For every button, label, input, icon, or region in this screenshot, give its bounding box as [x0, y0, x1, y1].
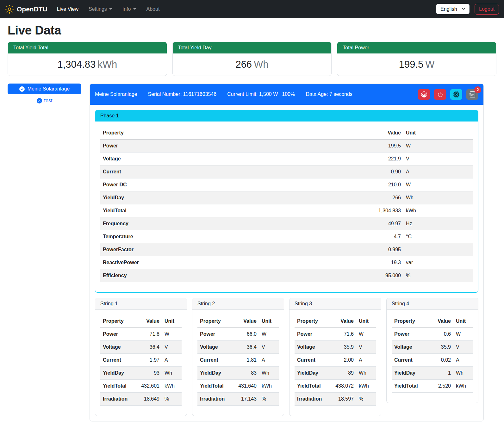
unit-cell: kWh — [356, 380, 376, 393]
property-cell: YieldTotal — [295, 380, 327, 393]
string-2-card: String 2 Property Value Unit — [192, 298, 284, 416]
table-row: YieldDay 266 Wh — [100, 191, 473, 204]
property-cell: Power — [100, 140, 356, 153]
table-row: YieldTotal 431.640 kWh — [197, 380, 279, 393]
unit-cell: Wh — [162, 367, 182, 380]
string-body: Property Value Unit Power — [289, 310, 381, 416]
value-cell: 36.4 — [133, 341, 162, 354]
unit-cell: W — [162, 328, 182, 341]
string-table: Property Value Unit Power — [197, 315, 279, 406]
string-title: String 3 — [289, 298, 381, 310]
brand-name: OpenDTU — [17, 5, 47, 13]
value-cell: 2.00 — [327, 354, 356, 367]
value-cell: 266 — [356, 191, 403, 204]
table-row: Current 1.97 A — [100, 354, 182, 367]
card-value: 266 — [235, 59, 252, 70]
string-title: String 2 — [192, 298, 284, 310]
phase-body: Property Value Unit Power — [95, 122, 478, 292]
table-row: Voltage 36.4 V — [197, 341, 279, 354]
table-row: Power 0.6 W — [392, 328, 473, 341]
unit-cell: A — [403, 165, 473, 178]
inverter-list-sidebar: Meine Solaranlage test — [8, 84, 81, 103]
value-cell: 18.597 — [327, 393, 356, 406]
property-cell: Power — [392, 328, 424, 341]
card-title: Total Yield Total — [8, 42, 167, 53]
nav-item-info[interactable]: Info — [117, 4, 141, 15]
card-unit: kWh — [97, 59, 117, 70]
table-row: Current 0.90 A — [100, 165, 473, 178]
table-row: Power 66.0 W — [197, 328, 279, 341]
strings-row: String 1 Property Value Unit — [95, 298, 478, 416]
inverter-panel: Meine Solaranlage Serial Number: 1161716… — [90, 84, 484, 421]
table-row: Power 71.8 W — [100, 328, 182, 341]
string-table-body: Power 66.0 W Voltage 36.4 V — [197, 328, 279, 406]
event-log-button[interactable]: 2 — [466, 89, 478, 100]
property-cell: YieldDay — [197, 367, 230, 380]
summary-cards-row: Total Yield Total 1,304.83kWh Total Yiel… — [8, 42, 496, 76]
unit-cell: V — [259, 341, 279, 354]
property-cell: Voltage — [392, 341, 424, 354]
data-age: Data Age: 7 seconds — [306, 91, 352, 97]
col-property: Property — [197, 315, 230, 328]
unit-cell: var — [403, 256, 473, 269]
inverter-selector-test[interactable]: test — [8, 98, 81, 103]
nav-item-about[interactable]: About — [141, 4, 165, 15]
value-cell: 36.4 — [230, 341, 259, 354]
value-cell: 0.995 — [356, 243, 403, 256]
property-cell: Current — [392, 354, 424, 367]
nav-item-settings[interactable]: Settings — [84, 4, 117, 15]
nav-item-label: Info — [122, 6, 131, 12]
power-control-button[interactable] — [434, 89, 446, 100]
unit-cell: % — [162, 393, 182, 406]
inverter-panel-body: Phase 1 Property Value Unit — [90, 105, 483, 421]
language-select[interactable]: English — [436, 4, 470, 14]
unit-cell: kWh — [259, 380, 279, 393]
unit-cell: kWh — [453, 380, 473, 393]
property-cell: YieldTotal — [100, 380, 133, 393]
unit-cell: V — [403, 153, 473, 165]
table-row: Power 199.5 W — [100, 140, 473, 153]
property-cell: Frequency — [100, 217, 356, 230]
col-property: Property — [392, 315, 424, 328]
value-cell: 2.520 — [424, 380, 453, 393]
value-cell: 0.6 — [424, 328, 453, 341]
table-row: Power DC 210.0 W — [100, 178, 473, 191]
check-circle-icon — [19, 86, 25, 92]
string-table-body: Power 71.6 W Voltage 35.9 V — [295, 328, 376, 406]
card-unit: W — [425, 59, 434, 70]
property-cell: Power — [295, 328, 327, 341]
table-row: YieldDay 83 Wh — [197, 367, 279, 380]
nav-item-live-view[interactable]: Live View — [52, 4, 84, 15]
value-cell: 66.0 — [230, 328, 259, 341]
property-cell: Power — [197, 328, 230, 341]
col-unit: Unit — [453, 315, 473, 328]
property-cell: Voltage — [197, 341, 230, 354]
caret-down-icon — [109, 8, 112, 10]
property-cell: Irradiation — [295, 393, 327, 406]
table-row: YieldTotal 2.520 kWh — [392, 380, 473, 393]
brand[interactable]: OpenDTU — [5, 5, 47, 14]
caret-down-icon — [133, 8, 136, 10]
property-cell: YieldTotal — [100, 204, 356, 217]
nav-item-label: About — [146, 6, 160, 12]
value-cell: 71.8 — [133, 328, 162, 341]
device-info-button[interactable] — [450, 89, 462, 100]
inverter-selector-selected[interactable]: Meine Solaranlage — [8, 84, 81, 94]
phase-title: Phase 1 — [95, 110, 478, 122]
table-row: YieldTotal 432.601 kWh — [100, 380, 182, 393]
string-3-card: String 3 Property Value Unit — [289, 298, 381, 416]
total-yield-total-card: Total Yield Total 1,304.83kWh — [8, 42, 167, 76]
property-cell: Irradiation — [197, 393, 230, 406]
unit-cell: A — [162, 354, 182, 367]
col-property: Property — [100, 127, 356, 140]
table-row: Power 71.6 W — [295, 328, 376, 341]
string-title: String 1 — [95, 298, 187, 310]
logout-button[interactable]: Logout — [475, 4, 499, 15]
value-cell: 1 — [424, 367, 453, 380]
property-cell: YieldDay — [295, 367, 327, 380]
limit-settings-button[interactable] — [418, 89, 430, 100]
value-cell: 17.143 — [230, 393, 259, 406]
unit-cell: kWh — [162, 380, 182, 393]
main-row: Meine Solaranlage test Meine Solaranlage… — [8, 84, 496, 430]
col-property: Property — [295, 315, 327, 328]
